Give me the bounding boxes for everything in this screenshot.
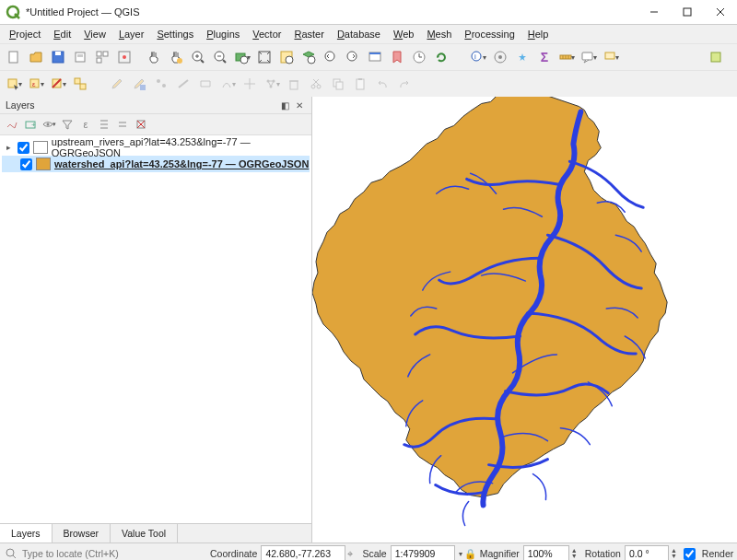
- zoom-next-button[interactable]: [343, 47, 363, 67]
- style-dock-button[interactable]: [4, 116, 20, 133]
- panel-close-button[interactable]: ✕: [293, 99, 306, 111]
- menu-settings[interactable]: Settings: [151, 28, 199, 41]
- add-polygon-button[interactable]: [195, 74, 216, 94]
- menu-processing[interactable]: Processing: [459, 28, 520, 41]
- maximize-button[interactable]: [671, 0, 704, 24]
- svg-text:+: +: [31, 121, 36, 129]
- menu-view[interactable]: View: [78, 28, 111, 41]
- save-project-button[interactable]: [48, 47, 68, 67]
- pan-selection-button[interactable]: [166, 47, 186, 67]
- measure-button[interactable]: ▾: [556, 47, 577, 67]
- add-group-button[interactable]: +: [22, 116, 39, 133]
- add-line-button[interactable]: [173, 74, 193, 94]
- magnifier-stepper[interactable]: ▲▼: [571, 548, 578, 559]
- collapse-all-button[interactable]: [114, 116, 131, 133]
- vertex-tool-button[interactable]: ▾: [262, 74, 282, 94]
- zoom-layer-button[interactable]: [298, 47, 319, 67]
- identify-button[interactable]: i▾: [468, 47, 488, 67]
- svg-text:ε: ε: [32, 80, 36, 88]
- svg-rect-12: [103, 52, 108, 56]
- coordinate-field[interactable]: 42.680,-77.263: [261, 545, 345, 560]
- zoom-selection-button[interactable]: [276, 47, 297, 67]
- svg-rect-3: [684, 8, 691, 16]
- close-button[interactable]: [704, 0, 737, 24]
- menu-web[interactable]: Web: [388, 28, 419, 41]
- tab-browser[interactable]: Browser: [53, 524, 111, 542]
- menu-edit[interactable]: Edit: [48, 28, 76, 41]
- redo-button[interactable]: [394, 74, 415, 94]
- layer-row[interactable]: watershed_api?lat=43.253&lng=-77 — OGRGe…: [2, 156, 310, 172]
- temporal-button[interactable]: [409, 47, 429, 67]
- lock-scale-icon[interactable]: 🔒: [464, 548, 476, 560]
- tab-layers[interactable]: Layers: [0, 524, 53, 542]
- select-all-button[interactable]: [70, 74, 90, 94]
- layer-row[interactable]: ▸upstream_rivers_api?lat=43.253&lng=-77 …: [2, 139, 310, 156]
- zoom-native-button[interactable]: ▾: [232, 47, 252, 67]
- svg-point-63: [311, 85, 315, 88]
- map-canvas[interactable]: [312, 97, 737, 542]
- select-by-value-button[interactable]: ε▾: [26, 74, 46, 94]
- render-checkbox[interactable]: [684, 548, 696, 560]
- menu-help[interactable]: Help: [522, 28, 555, 41]
- svg-rect-66: [336, 82, 343, 89]
- manage-visibility-button[interactable]: ▾: [41, 116, 57, 133]
- action-button[interactable]: [490, 47, 510, 67]
- menu-mesh[interactable]: Mesh: [421, 28, 457, 41]
- tab-value-tool[interactable]: Value Tool: [111, 524, 178, 542]
- deselect-button[interactable]: ▾: [48, 74, 68, 94]
- expand-all-button[interactable]: [96, 116, 112, 133]
- menu-database[interactable]: Database: [332, 28, 386, 41]
- locator-input[interactable]: [22, 546, 206, 560]
- pan-button[interactable]: [144, 47, 164, 67]
- new-virtual-layer-button[interactable]: [512, 47, 532, 67]
- menu-plugins[interactable]: Plugins: [201, 28, 245, 41]
- filter-legend-button[interactable]: [59, 116, 76, 133]
- paste-features-button[interactable]: [350, 74, 370, 94]
- open-project-button[interactable]: [26, 47, 46, 67]
- print-layout-button[interactable]: [70, 47, 90, 67]
- rotation-stepper[interactable]: ▲▼: [671, 548, 677, 559]
- menu-project[interactable]: Project: [4, 28, 46, 41]
- new-map-view-button[interactable]: [365, 47, 385, 67]
- toggle-editing-button[interactable]: [107, 74, 127, 94]
- magnifier-field[interactable]: 100%: [523, 545, 569, 560]
- zoom-in-button[interactable]: [188, 47, 208, 67]
- add-point-button[interactable]: [151, 74, 171, 94]
- cut-features-button[interactable]: [306, 74, 326, 94]
- layer-visibility-checkbox[interactable]: [20, 158, 32, 170]
- menu-vector[interactable]: Vector: [247, 28, 287, 41]
- refresh-button[interactable]: [431, 47, 451, 67]
- new-project-button[interactable]: [4, 47, 24, 67]
- save-edits-button[interactable]: [129, 74, 149, 94]
- minimize-button[interactable]: [638, 0, 671, 24]
- scale-field[interactable]: 1:479909: [391, 545, 455, 560]
- delete-selected-button[interactable]: [284, 74, 304, 94]
- remove-layer-button[interactable]: [133, 116, 149, 133]
- style-manager-button[interactable]: [114, 47, 135, 67]
- annotation-button[interactable]: ▾: [601, 47, 621, 67]
- zoom-last-button[interactable]: [321, 47, 341, 67]
- zoom-full-button[interactable]: [254, 47, 275, 67]
- move-feature-button[interactable]: [240, 74, 260, 94]
- maptips-button[interactable]: ▾: [579, 47, 599, 67]
- digitize-button[interactable]: ▾: [217, 74, 238, 94]
- layer-visibility-checkbox[interactable]: [18, 142, 29, 154]
- scale-dropdown-icon[interactable]: ▾: [459, 550, 462, 558]
- rotation-field[interactable]: 0.0 °: [625, 545, 669, 560]
- stats-button[interactable]: Σ: [534, 47, 555, 67]
- filter-expression-button[interactable]: ε: [77, 116, 94, 133]
- layer-tree[interactable]: ▸upstream_rivers_api?lat=43.253&lng=-77 …: [0, 135, 311, 523]
- layout-manager-button[interactable]: [92, 47, 112, 67]
- coordinate-toggle-icon[interactable]: ⌖: [347, 548, 353, 560]
- expand-icon[interactable]: ▸: [4, 143, 14, 152]
- panel-undock-button[interactable]: ◧: [278, 99, 291, 111]
- undo-button[interactable]: [372, 74, 392, 94]
- menu-raster[interactable]: Raster: [288, 28, 329, 41]
- select-features-button[interactable]: ▾: [4, 74, 24, 94]
- plugin-button[interactable]: [706, 47, 726, 67]
- new-bookmark-button[interactable]: [387, 47, 407, 67]
- svg-point-37: [472, 52, 481, 61]
- menu-layer[interactable]: Layer: [113, 28, 150, 41]
- copy-features-button[interactable]: [328, 74, 348, 94]
- zoom-out-button[interactable]: [210, 47, 230, 67]
